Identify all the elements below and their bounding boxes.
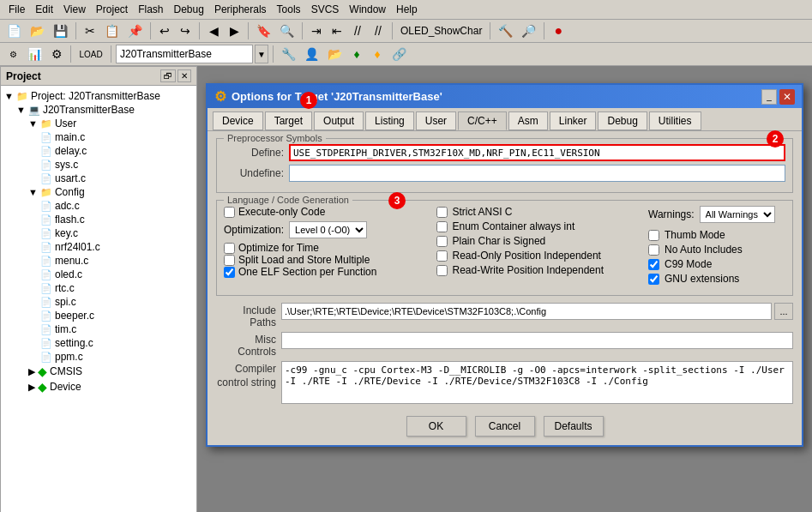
c99-cb[interactable] bbox=[648, 259, 659, 270]
split-load-cb[interactable] bbox=[224, 255, 235, 266]
redo-btn[interactable]: ↪ bbox=[176, 21, 195, 40]
tree-file-nrf[interactable]: 📄nrf24l01.c bbox=[4, 240, 193, 254]
gnu-cb[interactable] bbox=[648, 274, 659, 285]
target-options-btn[interactable]: 🔧 bbox=[278, 45, 299, 63]
include-input[interactable] bbox=[281, 303, 772, 320]
tb2-settings[interactable]: ⚙ bbox=[47, 45, 66, 63]
tab-target[interactable]: Target bbox=[265, 111, 312, 130]
tree-group-user[interactable]: ▼ 📁 User bbox=[4, 117, 193, 130]
tab-utilities[interactable]: Utilities bbox=[649, 111, 701, 130]
tree-group-config[interactable]: ▼ 📁 Config bbox=[4, 185, 193, 199]
save-btn[interactable]: 💾 bbox=[50, 21, 71, 40]
tree-file-oled[interactable]: 📄oled.c bbox=[4, 268, 193, 281]
search-btn2[interactable]: 🔎 bbox=[518, 21, 539, 40]
ok-button[interactable]: OK bbox=[406, 416, 466, 437]
tab-listing[interactable]: Listing bbox=[365, 111, 414, 130]
tree-target[interactable]: ▼ 💻 J20TransmitterBase bbox=[4, 103, 193, 117]
read-only-cb[interactable] bbox=[436, 250, 448, 262]
tree-file-key[interactable]: 📄key.c bbox=[4, 226, 193, 240]
build-btn[interactable]: 🔨 bbox=[495, 21, 516, 40]
open-btn[interactable]: 📂 bbox=[27, 21, 48, 40]
tb2-btn2[interactable]: 📊 bbox=[24, 45, 45, 63]
tab-user[interactable]: User bbox=[416, 111, 456, 130]
dialog-close-btn[interactable]: ✕ bbox=[779, 89, 795, 105]
menu-view[interactable]: View bbox=[58, 2, 91, 17]
optimization-select[interactable]: Level 0 (-O0) bbox=[289, 221, 367, 238]
tree-cmsis[interactable]: ▶ ◆ CMSIS bbox=[4, 364, 193, 379]
dialog-minimize-btn[interactable]: _ bbox=[761, 89, 777, 105]
tb2-btn9[interactable]: 🔗 bbox=[388, 45, 410, 63]
find-btn[interactable]: 🔍 bbox=[276, 21, 298, 40]
tree-file-sys[interactable]: 📄sys.c bbox=[4, 158, 193, 172]
tree-file-beeper[interactable]: 📄beeper.c bbox=[4, 309, 193, 322]
cancel-button[interactable]: Cancel bbox=[475, 416, 535, 437]
menu-edit[interactable]: Edit bbox=[30, 2, 58, 17]
menu-help[interactable]: Help bbox=[391, 2, 423, 17]
execute-only-cb[interactable] bbox=[224, 207, 235, 218]
menu-peripherals[interactable]: Peripherals bbox=[209, 2, 272, 17]
tree-file-usart[interactable]: 📄usart.c bbox=[4, 172, 193, 185]
cut-btn[interactable]: ✂ bbox=[81, 21, 99, 40]
red-circle-btn[interactable]: ● bbox=[549, 21, 568, 40]
tree-file-adc[interactable]: 📄adc.c bbox=[4, 199, 193, 213]
target-dropdown-arrow[interactable]: ▼ bbox=[255, 45, 268, 63]
menu-file[interactable]: File bbox=[3, 2, 30, 17]
tb2-btn8[interactable]: ♦ bbox=[368, 45, 387, 63]
tree-file-ppm[interactable]: 📄ppm.c bbox=[4, 350, 193, 364]
tree-file-tim[interactable]: 📄tim.c bbox=[4, 322, 193, 336]
target-dropdown[interactable]: J20TransmitterBase bbox=[116, 45, 253, 63]
undo-btn[interactable]: ↩ bbox=[155, 21, 174, 40]
panel-close-btn[interactable]: ✕ bbox=[177, 69, 191, 82]
tab-linker[interactable]: Linker bbox=[550, 111, 597, 130]
forward-btn[interactable]: ▶ bbox=[225, 21, 244, 40]
enum-container-cb[interactable] bbox=[436, 221, 448, 232]
menu-svcs[interactable]: SVCS bbox=[306, 2, 345, 17]
tb2-btn7[interactable]: ♦ bbox=[347, 45, 366, 63]
new-file-btn[interactable]: 📄 bbox=[3, 21, 25, 40]
one-elf-cb[interactable] bbox=[224, 267, 235, 278]
tree-file-menu[interactable]: 📄menu.c bbox=[4, 254, 193, 268]
include-browse-btn[interactable]: ... bbox=[774, 303, 793, 320]
back-btn[interactable]: ◀ bbox=[204, 21, 223, 40]
tab-asm[interactable]: Asm bbox=[508, 111, 548, 130]
menu-flash[interactable]: Flash bbox=[133, 2, 168, 17]
tree-root[interactable]: ▼ 📁 Project: J20TransmitterBase bbox=[4, 89, 193, 103]
tab-cpp[interactable]: C/C++ bbox=[458, 111, 507, 130]
tree-file-spi[interactable]: 📄spi.c bbox=[4, 295, 193, 309]
plain-char-cb[interactable] bbox=[436, 236, 448, 247]
unindent-btn[interactable]: ⇤ bbox=[328, 21, 346, 40]
paste-btn[interactable]: 📌 bbox=[124, 21, 146, 40]
tab-device[interactable]: Device bbox=[213, 111, 263, 130]
undefine-input[interactable] bbox=[289, 165, 785, 182]
misc-input[interactable] bbox=[281, 332, 793, 349]
tree-file-rtc[interactable]: 📄rtc.c bbox=[4, 281, 193, 295]
tree-file-main[interactable]: 📄main.c bbox=[4, 130, 193, 144]
thumb-mode-cb[interactable] bbox=[648, 230, 659, 241]
comment-btn[interactable]: // bbox=[348, 21, 367, 40]
optimize-time-cb[interactable] bbox=[224, 243, 235, 254]
define-input[interactable] bbox=[289, 144, 785, 161]
tb2-btn1[interactable]: ⚙ bbox=[3, 45, 22, 63]
menu-tools[interactable]: Tools bbox=[272, 2, 306, 17]
tree-file-delay[interactable]: 📄delay.c bbox=[4, 144, 193, 158]
tab-output[interactable]: Output bbox=[314, 111, 364, 130]
strict-ansi-cb[interactable] bbox=[436, 207, 448, 218]
tree-device[interactable]: ▶ ◆ Device bbox=[4, 379, 193, 395]
no-auto-cb[interactable] bbox=[648, 244, 659, 256]
tb2-load[interactable]: LOAD bbox=[75, 45, 106, 63]
copy-btn[interactable]: 📋 bbox=[101, 21, 123, 40]
defaults-button[interactable]: Defaults bbox=[544, 416, 604, 437]
panel-float-btn[interactable]: 🗗 bbox=[160, 69, 176, 82]
tb2-btn5[interactable]: 👤 bbox=[301, 45, 322, 63]
menu-debug[interactable]: Debug bbox=[169, 2, 209, 17]
tab-debug[interactable]: Debug bbox=[598, 111, 647, 130]
uncomment-btn[interactable]: // bbox=[369, 21, 388, 40]
read-write-cb[interactable] bbox=[436, 265, 448, 276]
indent-btn[interactable]: ⇥ bbox=[307, 21, 326, 40]
tb2-btn6[interactable]: 📂 bbox=[324, 45, 346, 63]
tree-file-setting[interactable]: 📄setting.c bbox=[4, 336, 193, 350]
tree-file-flash[interactable]: 📄flash.c bbox=[4, 213, 193, 226]
menu-project[interactable]: Project bbox=[91, 2, 133, 17]
warnings-select[interactable]: All Warnings bbox=[700, 206, 775, 223]
bookmark-btn[interactable]: 🔖 bbox=[253, 21, 274, 40]
